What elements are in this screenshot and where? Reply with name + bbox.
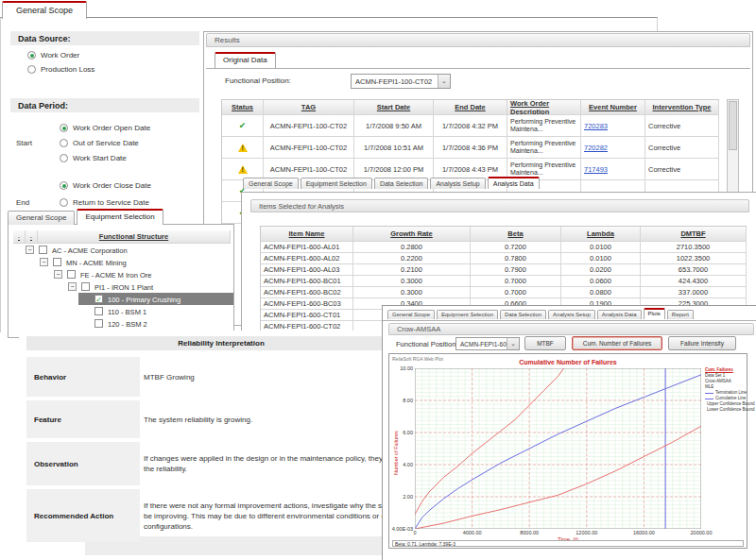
results-col-event-number[interactable]: Event Number [581, 100, 645, 115]
x-tick-label: 20000.00 [682, 530, 720, 535]
tab-plots[interactable]: Plots [644, 308, 665, 319]
start-date-cell: 1/7/2008 10:51 AM [354, 137, 434, 159]
chevron-down-icon[interactable]: ⌄ [507, 338, 519, 349]
period-start-option[interactable]: Out of Service Date [60, 139, 139, 147]
period-start-option[interactable]: Work Order Open Date [60, 124, 150, 132]
table-row[interactable]: ACMN-FEPI1-600-AL030.21000.79000.0200653… [261, 264, 747, 276]
tab-equipment-selection[interactable]: Equipment Selection [301, 178, 372, 189]
table-row[interactable]: ACMN-FEPI1-600-AL010.28000.72000.0100271… [261, 242, 747, 253]
failure-intensity-button[interactable]: Failure Intensity [668, 336, 736, 350]
data-source-option[interactable]: Production Loss [27, 65, 94, 74]
tree-header-col1[interactable]: · [13, 230, 26, 244]
results-header-row: StatusTAGStart DateEnd DateWork Order De… [222, 100, 719, 115]
radio-icon[interactable] [60, 139, 68, 147]
tab-data-selection[interactable]: Data Selection [374, 178, 429, 189]
chevron-down-icon[interactable]: ⌄ [438, 75, 450, 88]
event-number-link[interactable]: 720283 [584, 122, 608, 130]
tab-data-selection[interactable]: Data Selection [500, 310, 546, 319]
tree-item[interactable]: 110 - BSM 1 [9, 305, 233, 317]
table-row[interactable]: ✔ACMN-FEPI1-100-CT021/7/2008 9:50 AM1/7/… [222, 115, 719, 137]
tree-checkbox[interactable] [53, 258, 61, 266]
table-row[interactable]: ACMN-FEPI1-600-AL020.22000.78000.0100102… [261, 253, 747, 264]
event-number-link[interactable]: 717493 [584, 165, 608, 174]
tree-collapse-icon[interactable]: − [54, 270, 62, 279]
period-start-option-label: Work Order Open Date [73, 124, 150, 132]
results-col-tag[interactable]: TAG [264, 100, 354, 115]
x-tick-label: 0 [396, 530, 434, 535]
period-end-option[interactable]: Return to Service Date [60, 198, 149, 207]
table-row[interactable]: ACMN-FEPI1-600-BC020.30000.70000.0800337… [261, 287, 747, 298]
tab-general-scope[interactable]: General Scope [8, 211, 75, 225]
tree-item[interactable]: 120 - BSM 2 [9, 317, 233, 330]
results-col-start-date[interactable]: Start Date [354, 100, 434, 115]
description-cell: Performing Preventive Maintena... [507, 115, 581, 137]
item-name-cell: ACMN-FEPI1-600-AL03 [261, 264, 353, 276]
tab-analysis-data[interactable]: Analysis Data [488, 177, 540, 189]
tab-general-scope[interactable]: General Scope [243, 178, 299, 189]
value-cell: 0.2100 [353, 264, 471, 276]
analysis-col-beta[interactable]: Beta [471, 227, 561, 242]
period-start-option[interactable]: Work Start Date [60, 154, 127, 162]
tree-item[interactable]: −FE - ACME M Iron Ore [9, 268, 233, 280]
results-col-status[interactable]: Status [222, 100, 264, 115]
tree-header-functional-structure[interactable]: Functional Structure [38, 230, 231, 244]
analysis-col-dmtbf[interactable]: DMTBF [641, 227, 747, 242]
radio-icon[interactable] [60, 198, 68, 207]
radio-icon[interactable] [60, 181, 68, 190]
tab-general-scope[interactable]: General Scope [2, 1, 87, 19]
radio-icon[interactable] [27, 51, 36, 59]
panel-plots: General ScopeEquipment SelectionData Sel… [382, 305, 756, 560]
tree-item[interactable]: −AC - ACME Corporation [9, 244, 233, 256]
status-cell [222, 137, 264, 159]
tab-general-scope[interactable]: General Scope [387, 310, 435, 319]
tree-header-col2[interactable]: · [26, 230, 38, 244]
tree-collapse-icon[interactable]: − [26, 246, 34, 254]
tab-report[interactable]: Report [667, 310, 694, 319]
tag-cell: ACMN-FEPI1-100-CT02 [264, 137, 354, 159]
analysis-col-growth-rate[interactable]: Growth Rate [353, 227, 471, 242]
plots-functional-position-dropdown[interactable]: ACMN-FEPI1-600-AL01 ⌄ [455, 337, 520, 350]
radio-icon[interactable] [27, 65, 36, 74]
analysis-col-lambda[interactable]: Lambda [561, 227, 641, 242]
results-col-intervention-type[interactable]: Intervention Type [645, 100, 719, 115]
cum-number-of-failures-button[interactable]: Cum. Number of Failures [572, 336, 662, 350]
table-row[interactable]: ACMN-FEPI1-600-BC010.30000.70000.0600424… [261, 276, 747, 287]
period-end-option[interactable]: Work Order Close Date [60, 181, 151, 190]
x-tick-label: 16000.00 [625, 530, 662, 535]
tree-checkbox[interactable]: ✓ [94, 295, 103, 303]
functional-position-dropdown[interactable]: ACMN-FEPI1-100-CT02 ⌄ [351, 74, 451, 89]
value-cell: 0.3000 [353, 276, 471, 287]
tab-equipment-selection[interactable]: Equipment Selection [77, 209, 163, 225]
status-cell: ✔ [222, 115, 264, 137]
tab-original-data[interactable]: Original Data [215, 52, 276, 68]
tree-checkbox[interactable] [81, 282, 90, 291]
results-col-end-date[interactable]: End Date [434, 100, 507, 115]
tree-item[interactable]: −MN - ACME Mining [9, 256, 233, 268]
tree-item[interactable]: −PI1 - IRON 1 Plant [9, 280, 233, 293]
tree-item[interactable]: ✓100 - Primary Crushing [9, 293, 233, 305]
app-canvas: General Scope Data Source: Work OrderPro… [0, 0, 756, 560]
end-label: End [16, 198, 29, 207]
results-tab-divider [206, 68, 750, 69]
results-scrollbar-thumb[interactable] [729, 101, 737, 150]
tab-analysis-data[interactable]: Analysis Data [597, 310, 642, 319]
radio-icon[interactable] [60, 124, 68, 132]
mtbf-button[interactable]: MTBF [524, 336, 566, 350]
results-col-work-order-description[interactable]: Work Order Description [507, 100, 581, 115]
tree-checkbox[interactable] [94, 307, 103, 315]
tree-collapse-icon[interactable]: − [40, 258, 48, 266]
tab-equipment-selection[interactable]: Equipment Selection [437, 310, 498, 319]
event-number-link[interactable]: 720282 [584, 144, 608, 152]
data-source-option[interactable]: Work Order [27, 51, 79, 59]
radio-icon[interactable] [60, 154, 68, 162]
item-name-cell: ACMN-FEPI1-600-BC01 [261, 276, 353, 287]
tree-checkbox[interactable] [67, 270, 76, 279]
tab-analysis-setup[interactable]: Analysis Setup [548, 310, 595, 319]
table-row[interactable]: ACMN-FEPI1-100-CT021/7/2008 10:51 AM1/7/… [222, 137, 719, 159]
tab-analysis-setup[interactable]: Analysis Setup [430, 178, 485, 189]
analysis-col-item-name[interactable]: Item Name [261, 227, 353, 242]
tree-checkbox[interactable] [39, 246, 47, 254]
tree-checkbox[interactable] [94, 319, 103, 328]
tree-collapse-icon[interactable]: − [68, 282, 77, 291]
value-cell: 424.4300 [641, 276, 747, 287]
